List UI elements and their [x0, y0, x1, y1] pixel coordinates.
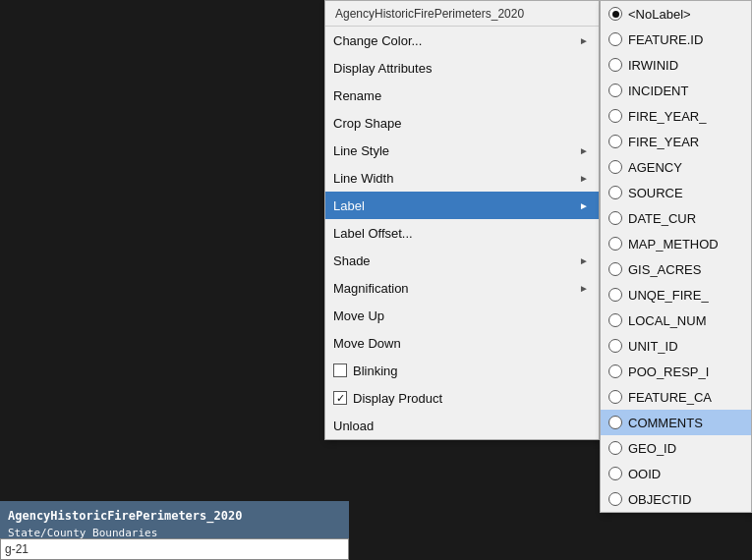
label-option-geo-id[interactable]: GEO_ID — [601, 435, 751, 461]
radio-poo-resp-i[interactable] — [608, 364, 622, 378]
label-option-feature-ca[interactable]: FEATURE_CA — [601, 384, 751, 410]
coordinate-input[interactable]: g-21 — [0, 538, 349, 560]
label-submenu: <NoLabel> FEATURE.ID IRWINID INCIDENT FI… — [600, 0, 752, 513]
submenu-arrow-icon: ► — [579, 35, 589, 46]
label-option-incident[interactable]: INCIDENT — [601, 78, 751, 103]
radio-unit-id[interactable] — [608, 339, 622, 353]
radio-local-num[interactable] — [608, 313, 622, 327]
label-option-ooid[interactable]: OOID — [601, 461, 751, 486]
radio-source[interactable] — [608, 186, 622, 199]
label-option-objectid[interactable]: OBJECTID — [601, 486, 751, 512]
radio-nolabel[interactable] — [608, 7, 622, 21]
menu-item-line-style[interactable]: Line Style ► — [325, 137, 599, 164]
blinking-checkbox[interactable] — [333, 364, 347, 377]
label-option-fire-year[interactable]: FIRE_YEAR — [601, 129, 751, 154]
radio-ooid[interactable] — [608, 467, 622, 480]
label-option-date-cur[interactable]: DATE_CUR — [601, 205, 751, 231]
label-option-irwinid[interactable]: IRWINID — [601, 52, 751, 78]
radio-incident[interactable] — [608, 84, 622, 97]
label-option-fire-year-dash[interactable]: FIRE_YEAR_ — [601, 103, 751, 129]
menu-item-move-up[interactable]: Move Up — [325, 302, 599, 329]
menu-item-magnification[interactable]: Magnification ► — [325, 274, 599, 302]
label-option-unit-id[interactable]: UNIT_ID — [601, 333, 751, 359]
radio-date-cur[interactable] — [608, 211, 622, 225]
radio-objectid[interactable] — [608, 492, 622, 506]
menu-item-shade[interactable]: Shade ► — [325, 247, 599, 274]
label-option-poo-resp-i[interactable]: POO_RESP_I — [601, 359, 751, 384]
display-product-checkbox[interactable] — [333, 391, 347, 405]
submenu-arrow-icon: ► — [579, 145, 589, 156]
label-option-map-method[interactable]: MAP_METHOD — [601, 231, 751, 256]
label-option-nolabel[interactable]: <NoLabel> — [601, 1, 751, 27]
menu-item-display-attributes[interactable]: Display Attributes — [325, 54, 599, 82]
submenu-arrow-icon: ► — [579, 173, 589, 184]
layer-name-text: AgencyHistoricFirePerimeters_2020 — [0, 501, 349, 525]
radio-map-method[interactable] — [608, 237, 622, 251]
submenu-arrow-icon: ► — [579, 200, 589, 211]
menu-item-label-offset[interactable]: Label Offset... — [325, 219, 599, 247]
menu-item-display-product[interactable]: Display Product — [325, 384, 599, 412]
submenu-arrow-icon: ► — [579, 255, 589, 266]
radio-fire-year-dash[interactable] — [608, 109, 622, 123]
context-menu: AgencyHistoricFirePerimeters_2020 Change… — [324, 0, 600, 440]
menu-item-crop-shape[interactable]: Crop Shape — [325, 109, 599, 137]
label-option-local-num[interactable]: LOCAL_NUM — [601, 308, 751, 333]
menu-item-blinking[interactable]: Blinking — [325, 357, 599, 384]
context-menu-header: AgencyHistoricFirePerimeters_2020 — [325, 1, 599, 27]
menu-item-rename[interactable]: Rename — [325, 82, 599, 109]
radio-comments[interactable] — [608, 416, 622, 429]
label-option-feature-id[interactable]: FEATURE.ID — [601, 27, 751, 52]
label-option-agency[interactable]: AGENCY — [601, 154, 751, 180]
menu-item-line-width[interactable]: Line Width ► — [325, 164, 599, 192]
radio-feature-ca[interactable] — [608, 390, 622, 404]
label-option-unqe-fire[interactable]: UNQE_FIRE_ — [601, 282, 751, 308]
label-option-comments[interactable]: COMMENTS — [601, 410, 751, 435]
radio-gis-acres[interactable] — [608, 262, 622, 276]
radio-irwinid[interactable] — [608, 58, 622, 72]
menu-item-move-down[interactable]: Move Down — [325, 329, 599, 357]
menu-item-label[interactable]: Label ► — [325, 192, 599, 219]
label-option-gis-acres[interactable]: GIS_ACRES — [601, 256, 751, 282]
radio-unqe-fire[interactable] — [608, 288, 622, 302]
submenu-arrow-icon: ► — [579, 283, 589, 294]
radio-agency[interactable] — [608, 160, 622, 174]
menu-item-unload[interactable]: Unload — [325, 412, 599, 439]
radio-geo-id[interactable] — [608, 441, 622, 455]
radio-fire-year[interactable] — [608, 135, 622, 148]
label-option-source[interactable]: SOURCE — [601, 180, 751, 205]
menu-item-change-color[interactable]: Change Color... ► — [325, 27, 599, 54]
radio-feature-id[interactable] — [608, 32, 622, 46]
